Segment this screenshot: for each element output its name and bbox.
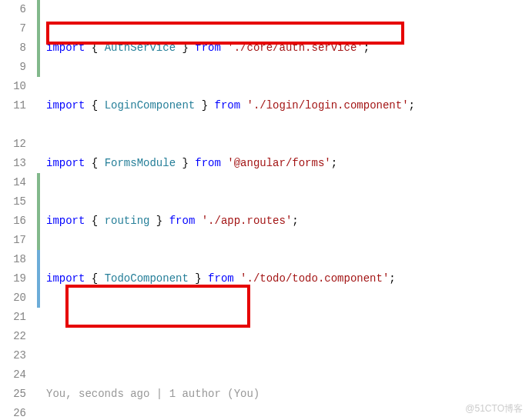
git-added-indicator	[37, 173, 40, 250]
line-number: 20	[0, 288, 26, 308]
line-number: 9	[0, 58, 26, 77]
line-number: 14	[0, 173, 26, 192]
line-number-gutter: 6 7 8 9 10 11 12 13 14 15 16 17 18 19 20…	[0, 0, 37, 420]
watermark: @51CTO博客	[465, 402, 523, 415]
line-number: 24	[0, 365, 26, 385]
git-added-indicator	[37, 0, 40, 77]
code-editor[interactable]: 6 7 8 9 10 11 12 13 14 15 16 17 18 19 20…	[0, 0, 529, 420]
line-number: 17	[0, 231, 26, 250]
code-line-empty[interactable]	[42, 327, 529, 346]
code-line[interactable]: import { LoginComponent } from './login/…	[42, 96, 529, 115]
line-number	[0, 115, 26, 135]
line-number: 6	[0, 0, 26, 19]
codelens-annotation[interactable]: You, seconds ago | 1 author (You)	[42, 385, 529, 404]
line-number: 22	[0, 327, 26, 346]
line-number: 23	[0, 346, 26, 365]
line-number: 13	[0, 154, 26, 173]
line-number: 11	[0, 96, 26, 115]
line-number: 10	[0, 77, 26, 96]
line-number: 12	[0, 135, 26, 154]
git-modified-indicator	[37, 288, 40, 308]
line-number: 19	[0, 269, 26, 288]
code-line[interactable]: import { FormsModule } from '@angular/fo…	[42, 154, 529, 173]
line-number: 21	[0, 308, 26, 327]
code-area[interactable]: import { AuthService } from './core/auth…	[42, 0, 529, 420]
code-line[interactable]: import { routing } from './app.routes';	[42, 212, 529, 231]
line-number: 15	[0, 192, 26, 212]
line-number: 26	[0, 404, 26, 420]
line-number: 8	[0, 38, 26, 58]
code-line[interactable]: import { TodoComponent } from './todo/to…	[42, 269, 529, 288]
git-modified-indicator	[37, 250, 40, 288]
code-line[interactable]: import { AuthService } from './core/auth…	[42, 38, 529, 58]
line-number: 25	[0, 385, 26, 404]
line-number: 16	[0, 212, 26, 231]
line-number: 7	[0, 19, 26, 38]
line-number: 18	[0, 250, 26, 269]
